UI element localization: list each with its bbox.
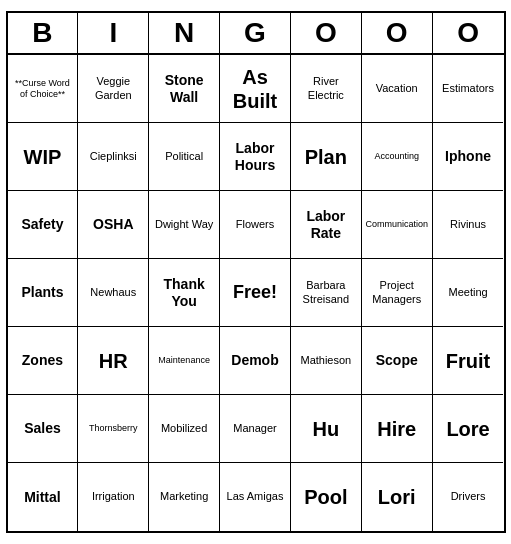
cell-text: Plants (21, 284, 63, 301)
cell-text: Newhaus (90, 286, 136, 299)
grid-cell: Free! (220, 259, 291, 327)
grid-cell: Manager (220, 395, 291, 463)
grid-cell: Irrigation (78, 463, 149, 531)
grid-cell: Meeting (433, 259, 504, 327)
grid-cell: Mobilized (149, 395, 220, 463)
cell-text: WIP (24, 145, 62, 169)
cell-text: Lori (378, 485, 416, 509)
cell-text: Stone Wall (152, 72, 216, 106)
cell-text: OSHA (93, 216, 133, 233)
header-letter: O (362, 13, 433, 53)
grid-cell: Hire (362, 395, 433, 463)
cell-text: Flowers (236, 218, 275, 231)
cell-text: Iphone (445, 148, 491, 165)
cell-text: Meeting (448, 286, 487, 299)
grid-cell: Cieplinksi (78, 123, 149, 191)
grid-cell: Newhaus (78, 259, 149, 327)
grid-cell: Hu (291, 395, 362, 463)
cell-text: Labor Rate (294, 208, 358, 242)
grid-cell: Veggie Garden (78, 55, 149, 123)
grid-cell: WIP (8, 123, 79, 191)
cell-text: Estimators (442, 82, 494, 95)
cell-text: Safety (21, 216, 63, 233)
cell-text: Fruit (446, 349, 490, 373)
grid-cell: Lori (362, 463, 433, 531)
grid-cell: Plan (291, 123, 362, 191)
bingo-header: BINGOOO (8, 13, 504, 55)
cell-text: Thank You (152, 276, 216, 310)
grid-cell: Pool (291, 463, 362, 531)
cell-text: Veggie Garden (81, 75, 145, 101)
grid-cell: Sales (8, 395, 79, 463)
cell-text: Barbara Streisand (294, 279, 358, 305)
grid-cell: Mittal (8, 463, 79, 531)
cell-text: Accounting (374, 151, 419, 162)
bingo-grid: **Curse Word of Choice**Veggie GardenSto… (8, 55, 504, 531)
cell-text: Irrigation (92, 490, 135, 503)
grid-cell: Dwight Way (149, 191, 220, 259)
cell-text: Vacation (376, 82, 418, 95)
grid-cell: Barbara Streisand (291, 259, 362, 327)
grid-cell: As Built (220, 55, 291, 123)
cell-text: Manager (233, 422, 276, 435)
grid-cell: Safety (8, 191, 79, 259)
cell-text: Demob (231, 352, 278, 369)
cell-text: River Electric (294, 75, 358, 101)
cell-text: Communication (365, 219, 428, 230)
grid-cell: River Electric (291, 55, 362, 123)
grid-cell: OSHA (78, 191, 149, 259)
grid-cell: Flowers (220, 191, 291, 259)
grid-cell: Scope (362, 327, 433, 395)
cell-text: Zones (22, 352, 63, 369)
header-letter: G (220, 13, 291, 53)
grid-cell: Accounting (362, 123, 433, 191)
header-letter: O (433, 13, 504, 53)
header-letter: B (8, 13, 79, 53)
header-letter: I (78, 13, 149, 53)
grid-cell: Project Managers (362, 259, 433, 327)
cell-text: Political (165, 150, 203, 163)
cell-text: Drivers (451, 490, 486, 503)
grid-cell: Lore (433, 395, 504, 463)
grid-cell: Stone Wall (149, 55, 220, 123)
grid-cell: Communication (362, 191, 433, 259)
cell-text: Scope (376, 352, 418, 369)
grid-cell: HR (78, 327, 149, 395)
grid-cell: Thank You (149, 259, 220, 327)
cell-text: Thornsberry (89, 423, 138, 434)
cell-text: Sales (24, 420, 61, 437)
header-letter: O (291, 13, 362, 53)
cell-text: As Built (223, 65, 287, 113)
cell-text: Cieplinksi (90, 150, 137, 163)
cell-text: Dwight Way (155, 218, 213, 231)
grid-cell: Demob (220, 327, 291, 395)
cell-text: Labor Hours (223, 140, 287, 174)
cell-text: **Curse Word of Choice** (11, 78, 75, 100)
grid-cell: Maintenance (149, 327, 220, 395)
cell-text: Free! (233, 282, 277, 304)
cell-text: Project Managers (365, 279, 429, 305)
header-letter: N (149, 13, 220, 53)
grid-cell: Vacation (362, 55, 433, 123)
cell-text: Mathieson (300, 354, 351, 367)
grid-cell: Zones (8, 327, 79, 395)
grid-cell: Estimators (433, 55, 504, 123)
cell-text: Lore (446, 417, 489, 441)
cell-text: Hu (313, 417, 340, 441)
grid-cell: Las Amigas (220, 463, 291, 531)
cell-text: Mobilized (161, 422, 207, 435)
grid-cell: Thornsberry (78, 395, 149, 463)
grid-cell: Mathieson (291, 327, 362, 395)
grid-cell: Political (149, 123, 220, 191)
cell-text: Mittal (24, 489, 61, 506)
cell-text: Rivinus (450, 218, 486, 231)
cell-text: HR (99, 349, 128, 373)
grid-cell: Fruit (433, 327, 504, 395)
grid-cell: Rivinus (433, 191, 504, 259)
grid-cell: Labor Hours (220, 123, 291, 191)
grid-cell: Labor Rate (291, 191, 362, 259)
cell-text: Pool (304, 485, 347, 509)
grid-cell: Plants (8, 259, 79, 327)
cell-text: Plan (305, 145, 347, 169)
grid-cell: **Curse Word of Choice** (8, 55, 79, 123)
